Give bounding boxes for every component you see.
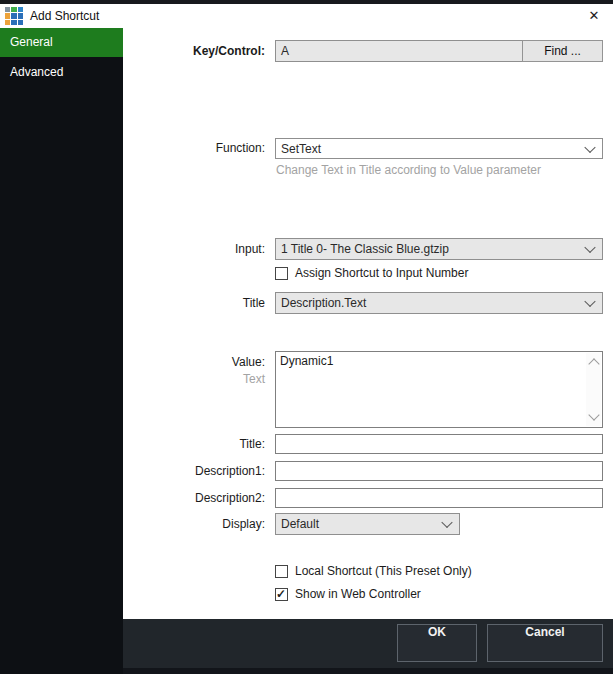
title-select-value: Description.Text (281, 296, 366, 310)
input-value: 1 Title 0- The Classic Blue.gtzip (281, 242, 449, 256)
title-select-label: Title (123, 292, 265, 314)
local-shortcut-checkbox[interactable]: Local Shortcut (This Preset Only) (275, 564, 472, 578)
display-value: Default (281, 517, 319, 531)
assign-shortcut-label: Assign Shortcut to Input Number (295, 266, 468, 280)
description1-label: Description1: (123, 461, 265, 481)
chevron-down-icon (584, 242, 595, 253)
value-sublabel: Text (123, 372, 265, 386)
textarea-scrollbar[interactable] (586, 353, 601, 426)
window-title: Add Shortcut (30, 4, 99, 28)
checkbox-box[interactable] (275, 588, 288, 601)
key-control-label: Key/Control: (123, 40, 265, 62)
checkbox-box[interactable] (275, 565, 288, 578)
function-label: Function: (123, 138, 265, 159)
local-shortcut-label: Local Shortcut (This Preset Only) (295, 564, 472, 578)
function-value: SetText (281, 142, 321, 156)
chevron-down-icon (441, 517, 452, 528)
value-textarea[interactable]: Dynamic1 (275, 351, 603, 428)
display-label: Display: (123, 513, 265, 535)
description2-input[interactable] (275, 488, 603, 508)
value-label: Value: (123, 355, 265, 369)
web-controller-label: Show in Web Controller (295, 587, 421, 601)
title-input-label: Title: (123, 434, 265, 454)
cancel-button[interactable]: Cancel (487, 624, 603, 662)
function-select[interactable]: SetText (275, 138, 603, 159)
function-helper-text: Change Text in Title according to Value … (276, 163, 541, 177)
assign-shortcut-checkbox[interactable]: Assign Shortcut to Input Number (275, 266, 468, 280)
chevron-down-icon (584, 296, 595, 307)
sidebar-item-label: General (10, 35, 53, 49)
close-icon[interactable] (583, 4, 605, 28)
key-control-value: A (281, 44, 289, 58)
value-text: Dynamic1 (280, 354, 584, 368)
input-label: Input: (123, 238, 265, 260)
description2-label: Description2: (123, 488, 265, 508)
description1-input[interactable] (275, 461, 603, 481)
dialog-content: Key/Control: A Find ... Function: SetTex… (123, 28, 613, 619)
footer-bottom-strip (123, 668, 613, 674)
web-controller-checkbox[interactable]: Show in Web Controller (275, 587, 421, 601)
footer-bar: OK Cancel (123, 619, 613, 674)
title-select[interactable]: Description.Text (275, 292, 603, 314)
scroll-up-icon[interactable] (588, 358, 599, 369)
checkbox-box[interactable] (275, 267, 288, 280)
sidebar-item-label: Advanced (10, 65, 63, 79)
app-grid-icon (5, 7, 23, 25)
sidebar-item-advanced[interactable]: Advanced (0, 58, 123, 87)
input-select[interactable]: 1 Title 0- The Classic Blue.gtzip (275, 238, 603, 260)
ok-button[interactable]: OK (397, 624, 477, 662)
sidebar-item-general[interactable]: General (0, 28, 123, 57)
display-select[interactable]: Default (275, 513, 460, 535)
sidebar: General Advanced (0, 28, 123, 674)
scroll-down-icon[interactable] (588, 409, 599, 420)
find-button[interactable]: Find ... (522, 40, 603, 62)
title-input[interactable] (275, 434, 603, 454)
title-bar: Add Shortcut (0, 4, 613, 28)
chevron-down-icon (584, 141, 595, 152)
